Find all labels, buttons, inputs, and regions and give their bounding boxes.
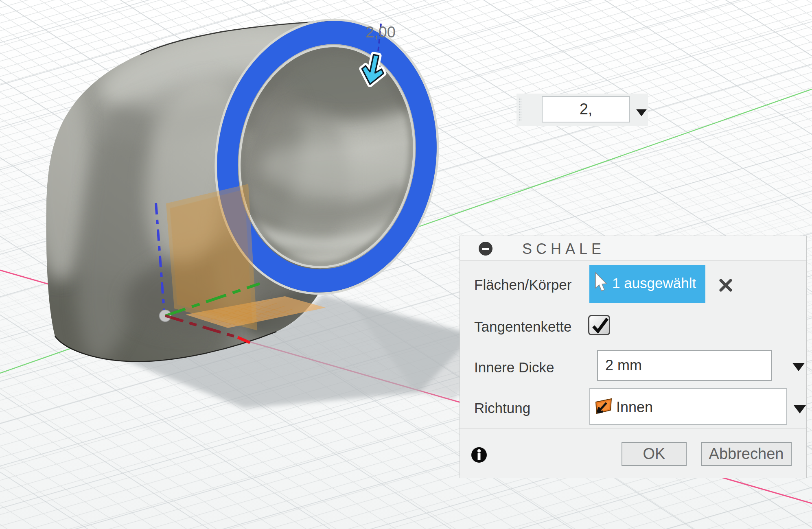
svg-text:2,00: 2,00 [366,24,396,41]
